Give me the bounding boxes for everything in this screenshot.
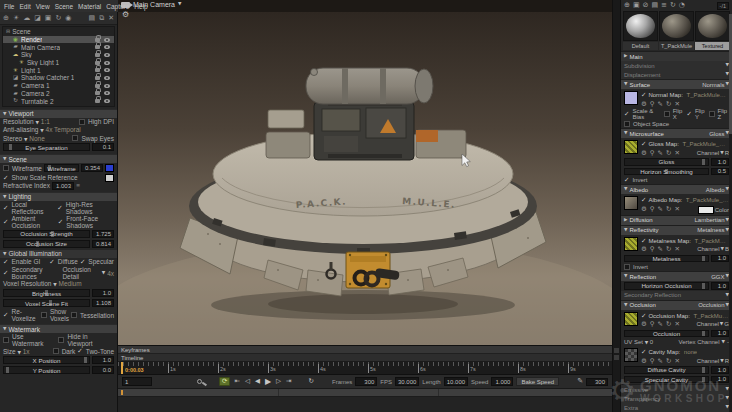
gi-diffuse-checkbox[interactable]: [49, 258, 54, 266]
brightness-slider[interactable]: Brightness: [3, 289, 90, 297]
metalness-slider[interactable]: Metalness: [624, 255, 709, 263]
horizon-occlusion-value[interactable]: 1.0: [711, 282, 729, 290]
horizon-smoothing-value[interactable]: 0.5: [711, 168, 729, 176]
visibility-icon[interactable]: [104, 38, 110, 42]
reflectivity-mode-dropdown[interactable]: Metalness▼: [697, 227, 729, 233]
speed-field[interactable]: 1.000: [491, 377, 513, 386]
lock-icon[interactable]: [95, 84, 100, 88]
show-voxels-checkbox[interactable]: [41, 312, 47, 318]
visibility-icon[interactable]: [104, 84, 110, 88]
menu-scene[interactable]: Scene: [53, 3, 75, 10]
add-light-icon[interactable]: ☀: [13, 15, 19, 22]
menu-edit[interactable]: Edit: [17, 3, 32, 10]
occlusion-size-value[interactable]: 0.814: [92, 240, 114, 248]
go-to-start-button[interactable]: ⇤: [233, 378, 240, 385]
playhead[interactable]: [121, 362, 123, 374]
material-thumb-textured[interactable]: [695, 11, 730, 41]
gloss-slider[interactable]: Gloss: [624, 158, 709, 166]
viewport-3d[interactable]: Main Camera ▼ ⚙: [118, 0, 612, 345]
diffusion-mode-dropdown[interactable]: Lambertian▼: [695, 217, 730, 223]
map-enabled-checkbox[interactable]: [641, 196, 646, 204]
section-albedo[interactable]: ▼ Albedo Albedo▼: [621, 185, 732, 194]
section-subdivision[interactable]: Subdivision ▼: [621, 61, 732, 70]
drag-handle-icon[interactable]: ≡: [76, 183, 80, 188]
scale-reference-swatch[interactable]: [105, 174, 114, 182]
voxel-resolution-dropdown[interactable]: Voxel Resolution ▼ Medium: [3, 280, 82, 288]
gloss-channel-dropdown[interactable]: Channel▼R: [697, 150, 729, 156]
use-watermark-checkbox[interactable]: [3, 337, 9, 343]
wireframe-slider[interactable]: Wireframe: [44, 164, 79, 172]
add-material-icon[interactable]: ◉: [65, 15, 71, 22]
clear-icon[interactable]: ✕: [675, 206, 680, 213]
reload-icon[interactable]: ↻: [666, 321, 671, 328]
tree-item-turntable-2[interactable]: ↻ Turntable 2: [3, 97, 114, 105]
material-thumb-t-packmule[interactable]: [659, 11, 694, 41]
lock-icon[interactable]: [95, 76, 100, 80]
material-label-textured[interactable]: Textured: [695, 42, 730, 50]
occlusion-map-thumbnail[interactable]: [624, 312, 638, 326]
gutter-button[interactable]: [614, 355, 619, 360]
collapse-icon[interactable]: ⊟: [6, 29, 10, 34]
gloss-map-thumbnail[interactable]: [624, 140, 638, 154]
eye-separation-value[interactable]: 0.1: [92, 143, 114, 151]
gloss-value[interactable]: 1.0: [711, 158, 729, 166]
search-icon[interactable]: ⚲: [650, 321, 655, 328]
search-icon[interactable]: ⚲: [650, 358, 655, 365]
add-sky-icon[interactable]: ☁: [23, 15, 30, 22]
gi-specular-checkbox[interactable]: [80, 258, 85, 266]
occlusion-strength-value[interactable]: 1.725: [92, 230, 114, 238]
section-reflectivity[interactable]: ▼ Reflectivity Metalness▼: [621, 226, 732, 235]
new-material-icon[interactable]: ⊕: [624, 2, 630, 9]
section-scene[interactable]: ▼ Scene: [0, 154, 117, 163]
show-scale-checkbox[interactable]: [3, 174, 8, 182]
visibility-icon[interactable]: [104, 91, 110, 95]
lock-icon[interactable]: [95, 38, 100, 42]
gear-icon[interactable]: ⚙: [641, 101, 647, 108]
menu-file[interactable]: File: [2, 3, 16, 10]
normal-map-thumbnail[interactable]: [624, 91, 638, 105]
keyframe-icon[interactable]: [197, 379, 202, 384]
step-forward-button[interactable]: ▷: [275, 378, 282, 385]
timeline-ruler[interactable]: 1s 2s 3s 4s 5s 6s 7s 8s 9s 0:00.03: [118, 362, 612, 375]
scale-bias-checkbox[interactable]: [624, 110, 629, 118]
frames-field[interactable]: 300: [355, 377, 377, 386]
metalness-map-thumbnail[interactable]: [624, 237, 638, 251]
cavity-channel-dropdown[interactable]: Channel▼R: [697, 358, 729, 364]
lock-icon[interactable]: [95, 53, 100, 57]
clear-icon[interactable]: ✕: [675, 246, 680, 253]
go-to-end-button[interactable]: ⇥: [285, 378, 292, 385]
ambient-occlusion-checkbox[interactable]: [3, 218, 8, 226]
clear-icon[interactable]: ✕: [675, 358, 680, 365]
add-shadow-catcher-icon[interactable]: ◪: [34, 15, 41, 22]
section-emissive[interactable]: Emissive ▼: [621, 385, 732, 394]
map-enabled-checkbox[interactable]: [641, 312, 646, 320]
section-diffusion[interactable]: ▶ Diffusion Lambertian▼: [621, 216, 732, 225]
wireframe-color-swatch[interactable]: [105, 164, 114, 172]
wireframe-checkbox[interactable]: [3, 165, 9, 171]
y-position-slider[interactable]: Y Position: [3, 366, 90, 374]
lock-icon[interactable]: [95, 91, 100, 95]
secondary-bounces-checkbox[interactable]: [3, 269, 8, 277]
material-pager[interactable]: -/1: [717, 2, 729, 10]
invert-checkbox[interactable]: [624, 264, 630, 270]
hide-in-viewport-checkbox[interactable]: [58, 337, 64, 343]
resolution-dropdown[interactable]: Resolution ▼ 1:1: [3, 118, 50, 126]
section-watermark[interactable]: ▼ Watermark: [0, 324, 117, 333]
brightness-value[interactable]: 1.0: [92, 289, 114, 297]
occlusion-mode-dropdown[interactable]: Occlusion▼: [698, 302, 729, 308]
flip-z-checkbox[interactable]: [709, 111, 715, 117]
lock-icon[interactable]: [95, 61, 100, 65]
gear-icon[interactable]: ⚙: [641, 150, 647, 157]
gutter-button[interactable]: [614, 348, 619, 353]
reload-icon[interactable]: ↻: [666, 101, 671, 108]
keyframes-header[interactable]: Keyframes: [118, 346, 612, 354]
visibility-icon[interactable]: [104, 76, 110, 80]
edit-icon[interactable]: ✎: [658, 358, 663, 365]
voxel-scene-fit-value[interactable]: 1.108: [92, 299, 114, 307]
preview-sphere-icon[interactable]: ◔: [679, 2, 685, 9]
timeline-scrollbar[interactable]: [118, 389, 612, 397]
section-occlusion[interactable]: ▼ Occlusion Occlusion▼: [621, 301, 732, 310]
vertex-channel-dropdown[interactable]: Vertex Channel ▼ -: [679, 339, 730, 345]
playback-cycle-button[interactable]: ↻: [308, 378, 315, 385]
menu-material[interactable]: Material: [76, 3, 103, 10]
